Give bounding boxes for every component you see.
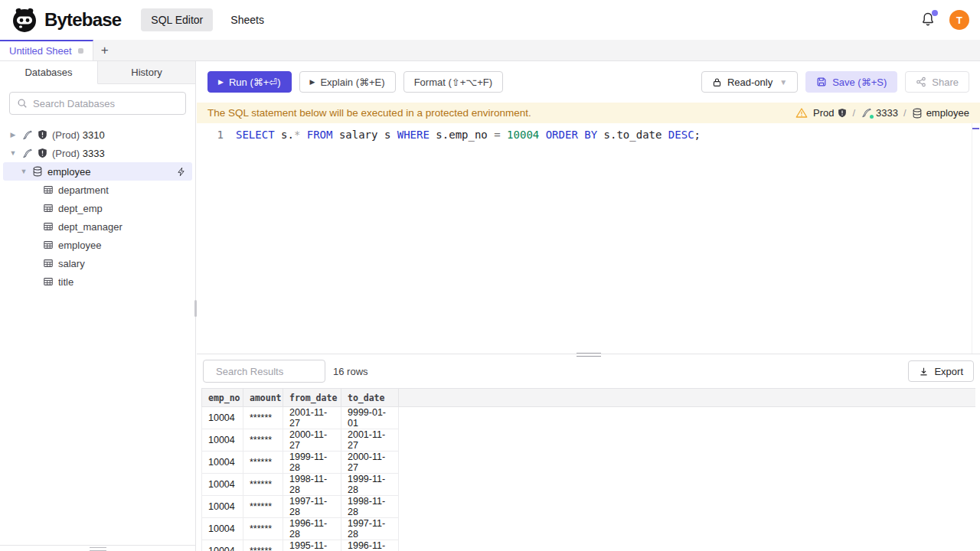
breadcrumb-instance[interactable]: 3333: [861, 107, 898, 119]
chevron-right-icon: ▶: [9, 131, 17, 139]
sidebar-resize-handle[interactable]: [0, 545, 195, 551]
sql-code-editor[interactable]: 1 SELECT s.* FROM salary s WHERE s.emp_n…: [197, 123, 980, 354]
table-cell[interactable]: 2000-11-27: [341, 452, 399, 474]
table-cell[interactable]: ******: [243, 496, 283, 518]
database-icon: [912, 108, 923, 119]
table-cell[interactable]: 1995-11-29: [283, 540, 341, 551]
database-search-input[interactable]: [33, 98, 178, 109]
table-cell[interactable]: 9999-01-01: [341, 407, 399, 429]
table-row[interactable]: 10004******1996-11-281997-11-28: [202, 518, 976, 540]
avatar[interactable]: T: [949, 10, 969, 30]
tab-databases[interactable]: Databases: [0, 61, 98, 84]
table-row[interactable]: 10004******1997-11-281998-11-28: [202, 496, 976, 518]
brand[interactable]: Bytebase: [11, 6, 121, 34]
table-cell[interactable]: 10004: [202, 518, 243, 540]
nav-sheets[interactable]: Sheets: [220, 8, 274, 31]
table-cell[interactable]: 10004: [202, 540, 243, 551]
table-row[interactable]: 10004******2001-11-279999-01-01: [202, 407, 976, 429]
table-cell[interactable]: 2000-11-27: [283, 429, 341, 452]
table-cell[interactable]: ******: [243, 407, 283, 429]
table-row[interactable]: 10004******1995-11-291996-11-28: [202, 540, 976, 551]
panel-resize-handle[interactable]: [577, 353, 601, 357]
table-cell[interactable]: 1998-11-28: [283, 474, 341, 496]
sql-token: s.: [275, 129, 294, 141]
table-cell[interactable]: 10004: [202, 429, 243, 452]
editor-scrollbar[interactable]: [972, 123, 980, 354]
sidebar-tabs: Databases History: [0, 61, 195, 84]
table-cell[interactable]: ******: [243, 452, 283, 474]
tab-history[interactable]: History: [98, 61, 195, 84]
table-row[interactable]: 10004******2000-11-272001-11-27: [202, 429, 976, 452]
instance-env-label: (Prod): [52, 129, 80, 141]
explain-button[interactable]: ▶ Explain (⌘+E): [299, 71, 396, 93]
tree-item-database-employee[interactable]: ▼ employee: [3, 162, 192, 181]
results-search-input[interactable]: [216, 366, 351, 377]
table-cell[interactable]: 1997-11-28: [341, 518, 399, 540]
breadcrumb-environment[interactable]: Prod: [813, 107, 847, 119]
chevron-down-icon: ▼: [20, 168, 28, 175]
tab-untitled-sheet[interactable]: Untitled Sheet: [0, 40, 93, 60]
table-row[interactable]: 10004******1998-11-281999-11-28: [202, 474, 976, 496]
brand-name: Bytebase: [44, 9, 121, 31]
mysql-icon: [21, 129, 33, 141]
shield-icon: [38, 129, 47, 140]
table-cell[interactable]: 10004: [202, 496, 243, 518]
table-row[interactable]: 10004******1999-11-282000-11-27: [202, 452, 976, 474]
notifications-button[interactable]: [920, 11, 937, 28]
column-header[interactable]: from_date: [283, 389, 341, 407]
tree-item-table[interactable]: dept_manager: [0, 217, 195, 236]
table-cell[interactable]: 10004: [202, 407, 243, 429]
run-button[interactable]: ▶ Run (⌘+⏎): [207, 71, 292, 93]
column-header[interactable]: emp_no: [202, 389, 243, 407]
table-cell[interactable]: 1999-11-28: [283, 452, 341, 474]
table-cell-filler: [399, 452, 976, 474]
table-cell[interactable]: ******: [243, 540, 283, 551]
code-line-content[interactable]: SELECT s.* FROM salary s WHERE s.emp_no …: [231, 123, 980, 354]
sql-token: FROM: [307, 129, 333, 141]
table-cell[interactable]: 1999-11-28: [341, 474, 399, 496]
table-cell[interactable]: 10004: [202, 474, 243, 496]
table-cell[interactable]: 10004: [202, 452, 243, 474]
export-button[interactable]: Export: [908, 360, 974, 382]
readonly-mode-select[interactable]: Read-only ▼: [701, 71, 798, 93]
table-cell[interactable]: 1996-11-28: [341, 540, 399, 551]
table-cell[interactable]: ******: [243, 474, 283, 496]
table-cell[interactable]: 1996-11-28: [283, 518, 341, 540]
table-name: dept_manager: [58, 221, 122, 233]
sql-token: s.to_date: [597, 129, 668, 141]
table-cell[interactable]: 1998-11-28: [341, 496, 399, 518]
column-header[interactable]: amount: [243, 389, 283, 407]
table-cell[interactable]: ******: [243, 518, 283, 540]
tree-item-table[interactable]: title: [0, 272, 195, 291]
results-body: 10004******2001-11-279999-01-0110004****…: [202, 407, 976, 551]
table-cell[interactable]: 1997-11-28: [283, 496, 341, 518]
breadcrumb-database[interactable]: employee: [912, 107, 969, 119]
search-icon: [17, 98, 28, 109]
column-header[interactable]: to_date: [341, 389, 399, 407]
header-right: T: [920, 10, 969, 30]
database-search[interactable]: [9, 92, 186, 115]
tree-item-table[interactable]: dept_emp: [0, 199, 195, 217]
add-sheet-button[interactable]: +: [93, 40, 116, 60]
status-green-dot: [870, 115, 874, 119]
warning-icon: [795, 107, 808, 119]
bolt-icon[interactable]: [176, 167, 186, 177]
nav-sql-editor[interactable]: SQL Editor: [141, 8, 213, 31]
tree-item-table[interactable]: salary: [0, 254, 195, 272]
table-cell[interactable]: 2001-11-27: [341, 429, 399, 452]
results-search[interactable]: [203, 360, 325, 383]
table-cell[interactable]: 2001-11-27: [283, 407, 341, 429]
breadcrumb-separator: /: [852, 107, 855, 119]
table-list: departmentdept_empdept_manageremployeesa…: [0, 181, 195, 291]
download-icon: [919, 367, 929, 377]
format-button[interactable]: Format (⇧+⌥+F): [403, 71, 503, 93]
chevron-down-icon: ▼: [779, 78, 787, 86]
database-icon: [32, 166, 43, 177]
save-button[interactable]: Save (⌘+S): [805, 71, 897, 93]
tree-item-table[interactable]: department: [0, 181, 195, 199]
tree-item-table[interactable]: employee: [0, 236, 195, 254]
table-cell[interactable]: ******: [243, 429, 283, 452]
share-button[interactable]: Share: [905, 71, 969, 93]
tree-item-instance-3333[interactable]: ▼ (Prod) 3333: [0, 144, 195, 162]
tree-item-instance-3310[interactable]: ▶ (Prod) 3310: [0, 126, 195, 144]
